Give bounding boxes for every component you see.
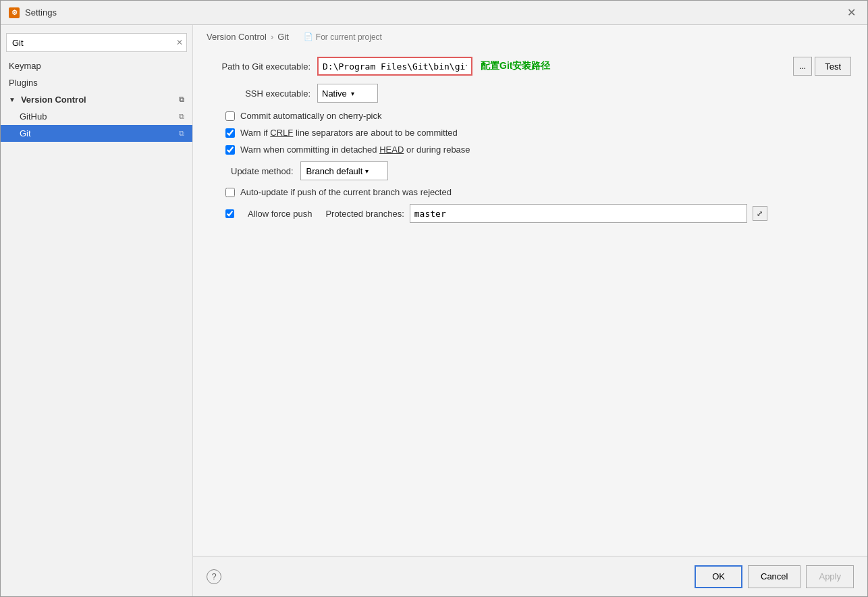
copy-icon-git: ⧉	[179, 129, 184, 138]
cherry-pick-checkbox[interactable]	[225, 111, 235, 121]
bottom-bar: ? OK Cancel Apply	[193, 556, 867, 596]
protected-branches-label: Protected branches:	[325, 209, 404, 219]
project-icon: 📄	[304, 32, 313, 41]
force-push-row: Allow force push Protected branches: ⤢	[209, 204, 851, 223]
detached-row: Warn when committing in detached HEAD or…	[209, 145, 851, 155]
sidebar-item-git[interactable]: Git ⧉	[1, 125, 192, 142]
cancel-button[interactable]: Cancel	[748, 565, 801, 588]
copy-icon-github: ⧉	[179, 112, 184, 121]
title-bar: ⚙ Settings ✕	[1, 1, 867, 25]
plugins-label: Plugins	[9, 78, 38, 88]
cherry-pick-label: Commit automatically on cherry-pick	[240, 111, 382, 121]
git-label: Git	[20, 128, 31, 138]
apply-button[interactable]: Apply	[806, 565, 854, 588]
main-panel: Version Control › Git 📄 For current proj…	[193, 25, 867, 596]
crlf-row: Warn if CRLF line separators are about t…	[209, 128, 851, 138]
auto-update-row: Auto-update if push of the current branc…	[209, 187, 851, 197]
sidebar: ✕ Keymap Plugins ▼ Version Control ⧉ Git…	[1, 25, 193, 596]
git-path-row: Path to Git executable: 配置Git安装路径 ... Te…	[209, 57, 851, 76]
browse-button[interactable]: ...	[793, 57, 812, 76]
update-method-select[interactable]: Branch default ▾	[300, 161, 388, 180]
breadcrumb-git: Git	[277, 32, 289, 42]
force-push-checkbox[interactable]	[225, 209, 234, 218]
version-control-label: ▼ Version Control	[9, 95, 86, 105]
search-box: ✕	[6, 33, 187, 52]
protected-branches-group: Protected branches: ⤢	[325, 204, 851, 223]
help-button[interactable]: ?	[207, 569, 221, 584]
close-button[interactable]: ✕	[843, 5, 859, 21]
test-button[interactable]: Test	[815, 57, 851, 76]
chevron-down-icon: ▾	[351, 90, 354, 97]
update-method-value: Branch default	[306, 166, 363, 176]
detached-label: Warn when committing in detached HEAD or…	[240, 145, 470, 155]
window-title: Settings	[25, 7, 57, 18]
chevron-down-icon: ▾	[365, 167, 369, 175]
settings-window: ⚙ Settings ✕ ✕ Keymap Plugins ▼ Version …	[0, 0, 868, 597]
chevron-down-icon: ▼	[9, 96, 16, 103]
protected-branches-input[interactable]	[410, 204, 747, 223]
auto-update-checkbox[interactable]	[225, 188, 235, 197]
force-push-label: Allow force push	[248, 209, 312, 219]
ssh-label: SSH executable:	[209, 88, 317, 99]
path-input-group: 配置Git安装路径 ... Test	[317, 57, 851, 76]
app-icon: ⚙	[9, 7, 20, 18]
clear-search-icon[interactable]: ✕	[176, 38, 183, 47]
ssh-select[interactable]: Native ▾	[317, 84, 378, 103]
sidebar-item-keymap[interactable]: Keymap	[1, 57, 192, 74]
crlf-label: Warn if CRLF line separators are about t…	[240, 128, 458, 138]
auto-update-label: Auto-update if push of the current branc…	[240, 187, 452, 197]
copy-icon: ⧉	[179, 95, 184, 104]
settings-content: Path to Git executable: 配置Git安装路径 ... Te…	[193, 46, 867, 556]
breadcrumb: Version Control › Git 📄 For current proj…	[193, 25, 867, 46]
update-method-row: Update method: Branch default ▾	[209, 161, 851, 180]
update-method-label: Update method:	[231, 166, 294, 176]
expand-button[interactable]: ⤢	[753, 206, 767, 221]
crlf-checkbox[interactable]	[225, 128, 235, 138]
ssh-value: Native	[322, 88, 347, 99]
search-input[interactable]	[6, 33, 187, 52]
breadcrumb-separator: ›	[271, 32, 273, 42]
sidebar-item-github[interactable]: GitHub ⧉	[1, 108, 192, 125]
sidebar-item-version-control[interactable]: ▼ Version Control ⧉	[1, 91, 192, 108]
cherry-pick-row: Commit automatically on cherry-pick	[209, 111, 851, 121]
path-label: Path to Git executable:	[209, 61, 317, 72]
github-label: GitHub	[20, 111, 47, 122]
detached-checkbox[interactable]	[225, 145, 235, 155]
sidebar-item-plugins[interactable]: Plugins	[1, 74, 192, 91]
breadcrumb-version-control: Version Control	[207, 32, 267, 42]
project-label: For current project	[316, 32, 382, 42]
keymap-label: Keymap	[9, 61, 41, 71]
ok-button[interactable]: OK	[695, 565, 742, 588]
git-path-input[interactable]	[317, 57, 472, 76]
path-hint: 配置Git安装路径	[475, 60, 790, 72]
ssh-row: SSH executable: Native ▾	[209, 84, 851, 103]
bottom-buttons: OK Cancel Apply	[695, 565, 854, 588]
